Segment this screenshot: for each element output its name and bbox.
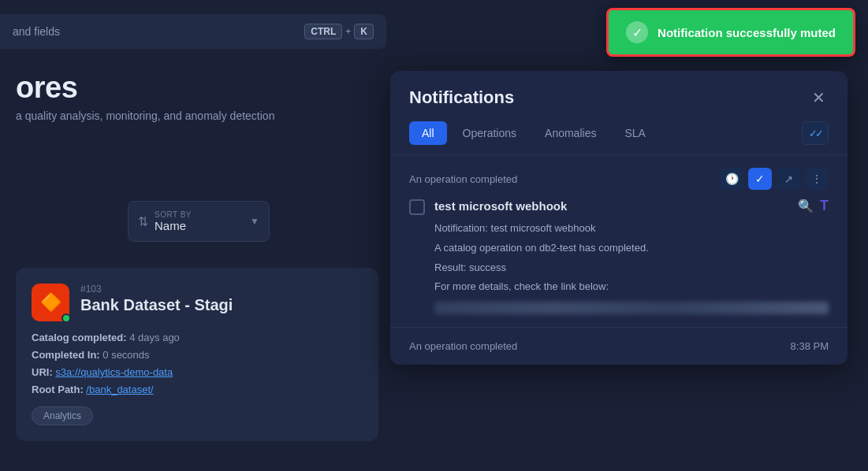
notif-title: test microsoft webhook bbox=[434, 199, 567, 213]
keyboard-shortcut: CTRL + K bbox=[304, 24, 374, 39]
online-indicator bbox=[61, 313, 71, 323]
search-bar: and fields CTRL + K bbox=[0, 14, 386, 49]
notif-service-icons: 🔍 T bbox=[798, 198, 829, 214]
card-info: #103 Bank Dataset - Stagi bbox=[80, 284, 363, 314]
k-key: K bbox=[354, 24, 374, 39]
notif-text-3: Result: success bbox=[434, 260, 829, 276]
completed-value: 0 seconds bbox=[102, 349, 149, 361]
dataset-icon: 🔶 bbox=[40, 292, 61, 313]
avatar: 🔶 bbox=[32, 284, 69, 321]
tab-all[interactable]: All bbox=[409, 121, 447, 145]
toast-message: Notification successfully muted bbox=[658, 26, 836, 39]
clock-icon: 🕐 bbox=[725, 172, 739, 185]
card-meta: Catalog completed: 4 days ago Completed … bbox=[32, 329, 363, 399]
page-title-section: ores a quality analysis, monitoring, and… bbox=[0, 71, 274, 122]
tab-operations[interactable]: Operations bbox=[450, 121, 529, 145]
notif-title-row: test microsoft webhook 🔍 T bbox=[434, 198, 829, 214]
panel-header: Notifications ✕ bbox=[390, 71, 848, 121]
check-action-button[interactable]: ✓ bbox=[748, 168, 772, 190]
notification-checkbox[interactable] bbox=[409, 199, 425, 215]
root-label: Root Path: bbox=[32, 384, 84, 395]
root-row: Root Path: /bank_dataset/ bbox=[32, 381, 363, 399]
page-title: ores bbox=[16, 71, 274, 105]
notif-text-1: Notification: test microsoft webhook bbox=[434, 221, 829, 237]
card-header: 🔶 #103 Bank Dataset - Stagi bbox=[32, 284, 363, 321]
teams-icon: T bbox=[820, 198, 829, 213]
search-icon-button[interactable]: 🔍 bbox=[798, 198, 814, 213]
tab-anomalies[interactable]: Anomalies bbox=[532, 121, 609, 145]
uri-row: URI: s3a://qualytics-demo-data bbox=[32, 364, 363, 381]
notif-text-2: A catalog operation on db2-test has comp… bbox=[434, 240, 829, 257]
mark-all-read-button[interactable]: ✓✓ bbox=[802, 121, 829, 145]
search-icon: 🔍 bbox=[798, 199, 814, 213]
notifications-panel: Notifications ✕ All Operations Anomalies… bbox=[390, 71, 848, 365]
clock-action-button[interactable]: 🕐 bbox=[720, 168, 743, 190]
check-icon: ✓ bbox=[755, 172, 765, 185]
root-link[interactable]: /bank_dataset/ bbox=[86, 384, 153, 395]
ctrl-key: CTRL bbox=[304, 24, 342, 39]
sort-icon: ⇅ bbox=[138, 214, 148, 229]
chevron-down-icon: ▼ bbox=[250, 216, 259, 227]
uri-link[interactable]: s3a://qualytics-demo-data bbox=[55, 366, 173, 378]
plus-separator: + bbox=[345, 26, 351, 37]
notif-actions: 🕐 ✓ ↗ ⋮ bbox=[720, 168, 829, 190]
sort-text-block: Sort by Name bbox=[155, 210, 244, 232]
catalog-label: Catalog completed: bbox=[32, 332, 127, 343]
uri-label: URI: bbox=[32, 366, 53, 378]
open-action-button[interactable]: ↗ bbox=[777, 168, 800, 190]
footer-time: 8:38 PM bbox=[791, 340, 829, 352]
notif-content: test microsoft webhook 🔍 T Notification:… bbox=[434, 198, 829, 314]
close-button[interactable]: ✕ bbox=[809, 87, 829, 109]
tabs-row: All Operations Anomalies SLA ✓✓ bbox=[390, 121, 848, 155]
notif-body: test microsoft webhook 🔍 T Notification:… bbox=[409, 198, 829, 314]
card-title: Bank Dataset - Stagi bbox=[80, 296, 363, 314]
teams-icon-button[interactable]: T bbox=[820, 198, 829, 214]
toast-notification: ✓ Notification successfully muted bbox=[606, 8, 855, 57]
double-check-icon: ✓✓ bbox=[809, 128, 821, 139]
more-action-button[interactable]: ⋮ bbox=[805, 168, 829, 190]
notifications-list: An operation completed 🕐 ✓ ↗ ⋮ bbox=[390, 155, 848, 365]
sort-value: Name bbox=[155, 219, 244, 232]
footer-operation-label: An operation completed bbox=[409, 340, 517, 352]
search-bar-text: and fields bbox=[13, 25, 60, 38]
page-subtitle: a quality analysis, monitoring, and anom… bbox=[16, 109, 274, 122]
notif-link-blurred bbox=[434, 302, 829, 314]
completed-row: Completed In: 0 seconds bbox=[32, 347, 363, 364]
checkmark-icon: ✓ bbox=[632, 25, 643, 40]
sort-dropdown[interactable]: ⇅ Sort by Name ▼ bbox=[128, 201, 270, 242]
panel-title: Notifications bbox=[409, 87, 514, 108]
notification-item: An operation completed 🕐 ✓ ↗ ⋮ bbox=[390, 155, 848, 328]
catalog-value: 4 days ago bbox=[129, 332, 180, 343]
catalog-row: Catalog completed: 4 days ago bbox=[32, 329, 363, 347]
card-id: #103 bbox=[80, 284, 363, 295]
open-icon: ↗ bbox=[784, 173, 793, 185]
operation-label: An operation completed bbox=[409, 173, 517, 185]
analytics-tag[interactable]: Analytics bbox=[32, 406, 93, 425]
tab-sla[interactable]: SLA bbox=[612, 121, 658, 145]
toast-success-icon: ✓ bbox=[626, 21, 648, 43]
notif-item-header: An operation completed 🕐 ✓ ↗ ⋮ bbox=[409, 168, 829, 190]
sort-label: Sort by bbox=[155, 210, 244, 219]
dataset-card: 🔶 #103 Bank Dataset - Stagi Catalog comp… bbox=[16, 268, 378, 441]
more-icon: ⋮ bbox=[811, 172, 822, 185]
notif-text-4: For more details, check the link below: bbox=[434, 279, 829, 295]
completed-label: Completed In: bbox=[32, 349, 100, 361]
notification-footer-item[interactable]: An operation completed 8:38 PM bbox=[390, 328, 848, 365]
